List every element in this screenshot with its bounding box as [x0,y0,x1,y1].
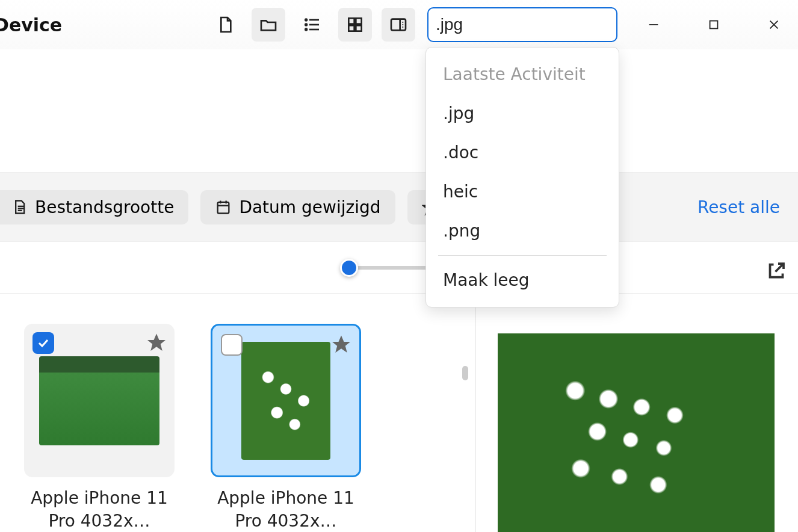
clear-history-button[interactable]: Maak leeg [426,261,619,300]
view-tools [208,8,415,42]
svg-rect-10 [391,19,406,31]
panel-view-button[interactable] [382,8,415,42]
dropdown-separator [438,255,607,256]
slider-thumb[interactable] [340,259,358,277]
reset-filters-link[interactable]: Reset alle [697,197,780,217]
star-icon[interactable] [146,331,167,353]
maximize-button[interactable] [702,13,726,37]
open-external-button[interactable] [766,260,787,282]
svg-point-13 [402,24,403,25]
close-button[interactable] [762,13,786,37]
search-input-container[interactable] [427,7,617,42]
grid-view-button[interactable] [338,8,372,42]
svg-rect-7 [356,18,361,23]
top-bar: Device [0,0,798,49]
thumbnail-image [241,342,330,460]
suggestion-item[interactable]: .png [426,211,619,250]
scrollbar-thumb[interactable] [462,366,468,380]
folder-view-button[interactable] [252,8,285,42]
suggestion-item[interactable]: .jpg [426,94,619,133]
file-view-button[interactable] [208,8,242,42]
filter-bar: Bestandsgrootte Datum gewijzigd Herst Re… [0,172,798,242]
svg-point-12 [402,22,403,23]
file-caption: Apple iPhone 11 Pro 4032x… [211,487,361,532]
main-area: Apple iPhone 11 Pro 4032x… Apple iPhone … [0,294,798,532]
file-card[interactable]: Apple iPhone 11 Pro 4032x… [211,324,361,532]
list-view-button[interactable] [295,8,329,42]
suggestion-item[interactable]: .doc [426,133,619,172]
document-icon [11,199,28,215]
preview-image [498,333,775,532]
preview-panel: Apple iPhone 11 Pro 4032… [475,294,798,532]
svg-line-31 [776,264,784,272]
svg-rect-9 [356,25,361,31]
folder-icon [259,15,278,34]
suggestion-item[interactable]: heic [426,172,619,211]
panel-icon [389,15,408,34]
svg-marker-32 [147,334,165,351]
thumbnail-image [39,356,159,445]
filter-filesize-label: Bestandsgrootte [35,197,174,217]
svg-rect-20 [710,21,718,29]
file-caption: Apple iPhone 11 Pro 4032x… [24,487,175,532]
svg-point-2 [305,29,307,31]
svg-point-1 [305,24,307,26]
svg-point-14 [402,26,403,28]
checkbox-unchecked[interactable] [221,334,243,356]
thumbnails-area: Apple iPhone 11 Pro 4032x… Apple iPhone … [0,294,475,532]
search-suggestions-dropdown: Laatste Activiteit .jpg .doc heic .png M… [425,47,619,308]
search-input[interactable] [436,15,651,34]
grid-icon [345,15,365,34]
dropdown-header: Laatste Activiteit [426,55,619,94]
filter-date-label: Datum gewijzigd [239,197,380,217]
zoom-band [0,242,798,294]
window-controls [642,13,786,37]
file-card[interactable]: Apple iPhone 11 Pro 4032x… [24,324,175,532]
thumbnail-tile[interactable] [24,324,175,477]
checkbox-checked[interactable] [32,332,54,354]
calendar-icon [215,199,232,215]
file-icon [215,15,235,34]
svg-rect-26 [218,202,229,214]
list-icon [302,15,321,34]
filter-filesize-button[interactable]: Bestandsgrootte [0,190,188,224]
filter-date-button[interactable]: Datum gewijzigd [200,190,395,224]
svg-rect-8 [348,25,354,31]
svg-rect-6 [348,18,354,23]
svg-marker-33 [332,336,350,353]
thumbnail-tile-selected[interactable] [211,324,361,477]
star-icon[interactable] [330,333,352,354]
app-title: Device [0,14,62,36]
svg-point-0 [305,19,307,21]
